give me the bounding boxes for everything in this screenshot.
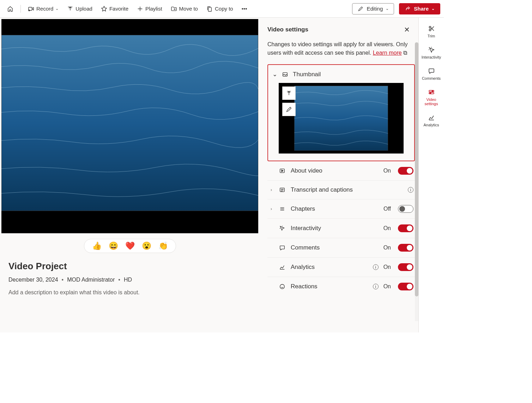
comments-toggle[interactable] bbox=[398, 244, 413, 252]
chapters-state: Off bbox=[383, 206, 391, 212]
editing-button[interactable]: Editing ⌄ bbox=[352, 3, 394, 14]
svg-point-1 bbox=[28, 10, 30, 11]
reaction-thumbsup[interactable]: 👍 bbox=[92, 241, 102, 251]
about-toggle[interactable] bbox=[398, 167, 413, 175]
rail-video-settings[interactable]: Video settings bbox=[420, 85, 443, 109]
info-icon[interactable]: i bbox=[373, 264, 379, 270]
thumbnail-image bbox=[294, 86, 388, 151]
star-icon bbox=[101, 6, 107, 12]
chapters-toggle[interactable] bbox=[398, 205, 413, 213]
moveto-button[interactable]: Move to bbox=[167, 4, 201, 14]
interactivity-label: Interactivity bbox=[291, 225, 379, 232]
scrollbar[interactable] bbox=[415, 42, 418, 321]
chevron-right-icon: › bbox=[269, 206, 274, 211]
record-button[interactable]: Record ⌄ bbox=[24, 4, 62, 14]
reactions-label: Reactions bbox=[291, 283, 367, 290]
svg-point-8 bbox=[280, 284, 285, 289]
info-icon[interactable]: i bbox=[373, 284, 379, 289]
close-icon[interactable]: ✕ bbox=[401, 24, 413, 35]
video-description-placeholder[interactable]: Add a description to explain what this v… bbox=[8, 289, 258, 296]
edit-thumbnail-button[interactable] bbox=[282, 103, 296, 116]
reactions-bar: 👍 😄 ❤️ 😮 👏 bbox=[84, 239, 176, 253]
upload-thumbnail-button[interactable] bbox=[282, 86, 296, 100]
reaction-clap[interactable]: 👏 bbox=[158, 241, 168, 251]
info-icon[interactable]: i bbox=[408, 187, 413, 193]
chapters-label: Chapters bbox=[291, 205, 379, 212]
thumbnail-label: Thumbnail bbox=[293, 71, 321, 78]
more-button[interactable]: ••• bbox=[238, 4, 251, 14]
video-date: December 30, 2024 bbox=[8, 277, 58, 283]
plus-icon bbox=[137, 6, 143, 12]
video-content-ocean bbox=[1, 35, 258, 211]
interactivity-toggle[interactable] bbox=[398, 224, 413, 232]
smiley-icon bbox=[279, 283, 286, 290]
rail-interactivity[interactable]: Interactivity bbox=[420, 43, 443, 62]
comment-icon bbox=[428, 67, 435, 75]
favorite-label: Favorite bbox=[109, 6, 128, 12]
copy-icon bbox=[206, 6, 213, 12]
video-quality: HD bbox=[124, 277, 132, 283]
svg-rect-2 bbox=[208, 7, 211, 11]
moveto-label: Move to bbox=[179, 6, 198, 12]
sliders-icon bbox=[428, 88, 435, 96]
record-label: Record bbox=[36, 6, 53, 12]
thumbnail-section: ⌄ Thumbnail bbox=[267, 64, 415, 161]
rail-analytics[interactable]: Analytics bbox=[420, 111, 443, 130]
svg-rect-5 bbox=[294, 86, 388, 151]
share-button[interactable]: Share ⌄ bbox=[399, 3, 440, 14]
learn-more-link[interactable]: Learn more bbox=[373, 50, 402, 56]
reaction-heart[interactable]: ❤️ bbox=[125, 241, 135, 251]
copyto-label: Copy to bbox=[215, 6, 233, 12]
reactions-row[interactable]: Reactions i On bbox=[267, 277, 415, 296]
transcript-row[interactable]: › Transcript and captions i bbox=[267, 181, 415, 199]
interactivity-icon bbox=[279, 225, 286, 232]
toolbar: Record ⌄ Upload Favorite Playlist Move t… bbox=[0, 0, 444, 18]
meta-dot: • bbox=[62, 277, 64, 283]
playlist-button[interactable]: Playlist bbox=[133, 4, 166, 14]
upload-button[interactable]: Upload bbox=[64, 4, 96, 14]
share-icon bbox=[405, 6, 411, 12]
favorite-button[interactable]: Favorite bbox=[97, 4, 132, 14]
about-video-row[interactable]: About video On bbox=[267, 161, 415, 181]
about-label: About video bbox=[291, 167, 379, 174]
chevron-down-icon: ⌄ bbox=[431, 6, 435, 11]
analytics-label: Analytics bbox=[291, 264, 367, 271]
reaction-laugh[interactable]: 😄 bbox=[109, 241, 118, 251]
comment-icon bbox=[279, 244, 286, 251]
rail-trim[interactable]: Trim bbox=[420, 22, 443, 41]
video-settings-panel: Video settings ✕ Changes to video settin… bbox=[261, 18, 418, 332]
analytics-row[interactable]: Analytics i On bbox=[267, 258, 415, 277]
chapters-row[interactable]: › Chapters Off bbox=[267, 199, 415, 219]
chevron-down-icon: ⌄ bbox=[386, 6, 389, 11]
comments-row[interactable]: Comments On bbox=[267, 238, 415, 258]
interactivity-row[interactable]: Interactivity On bbox=[267, 219, 415, 238]
reaction-wow[interactable]: 😮 bbox=[142, 241, 151, 251]
separator bbox=[20, 5, 21, 13]
video-player[interactable] bbox=[1, 19, 258, 233]
video-title: Video Project bbox=[8, 261, 258, 272]
home-icon bbox=[7, 6, 13, 12]
scissors-icon bbox=[428, 25, 435, 32]
transcript-icon bbox=[279, 186, 286, 193]
play-box-icon bbox=[279, 167, 286, 174]
chevron-down-icon[interactable]: ⌄ bbox=[272, 71, 277, 78]
playlist-label: Playlist bbox=[145, 6, 162, 12]
right-rail: Trim Interactivity Comments Video settin… bbox=[418, 18, 444, 332]
analytics-toggle[interactable] bbox=[398, 263, 413, 271]
interactivity-state: On bbox=[383, 225, 391, 231]
reactions-toggle[interactable] bbox=[398, 283, 413, 290]
rail-comments[interactable]: Comments bbox=[420, 64, 443, 83]
editing-label: Editing bbox=[367, 6, 383, 12]
svg-point-13 bbox=[432, 91, 433, 92]
chevron-down-icon: ⌄ bbox=[55, 6, 59, 11]
about-state: On bbox=[383, 168, 391, 174]
meta-dot: • bbox=[118, 277, 120, 283]
image-icon bbox=[282, 71, 289, 78]
copyto-button[interactable]: Copy to bbox=[203, 4, 237, 14]
home-button[interactable] bbox=[4, 4, 17, 14]
video-column: 👍 😄 ❤️ 😮 👏 Video Project December 30, 20… bbox=[0, 18, 261, 332]
record-icon bbox=[28, 6, 34, 12]
svg-point-14 bbox=[430, 93, 431, 94]
comments-label: Comments bbox=[291, 244, 379, 251]
share-label: Share bbox=[414, 6, 429, 12]
